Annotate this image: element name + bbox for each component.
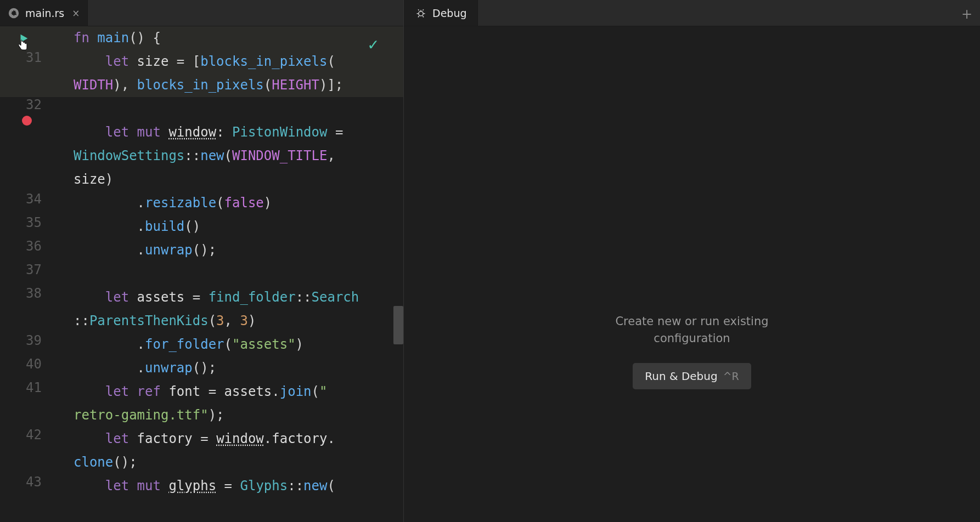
- breakpoint-icon[interactable]: [22, 116, 32, 126]
- debug-panel: Debug + Create new or run existingconfig…: [403, 0, 980, 522]
- debug-tab-title: Debug: [432, 7, 466, 19]
- editor-tab-main-rs[interactable]: main.rs ×: [0, 0, 88, 26]
- code-line[interactable]: 42 let factory = window.factory.: [0, 427, 403, 451]
- add-tab-button[interactable]: +: [961, 7, 972, 22]
- code-content[interactable]: let size = [blocks_in_pixels(: [49, 50, 335, 73]
- gutter[interactable]: 37: [0, 262, 49, 277]
- line-number: 39: [26, 333, 42, 348]
- code-line[interactable]: 38 let assets = find_folder::Search: [0, 286, 403, 309]
- line-number: 38: [26, 286, 42, 301]
- code-content[interactable]: clone();: [49, 451, 137, 474]
- gutter[interactable]: 34: [0, 191, 49, 207]
- code-line[interactable]: 31 let size = [blocks_in_pixels(: [0, 50, 403, 73]
- line-number: 35: [26, 215, 42, 230]
- editor-tabbar: main.rs ×: [0, 0, 403, 26]
- code-content[interactable]: let assets = find_folder::Search: [49, 286, 359, 309]
- editor-panel: main.rs × ✓ fn main() {31 let size = [bl…: [0, 0, 403, 522]
- run-play-icon[interactable]: [18, 32, 30, 47]
- svg-point-0: [12, 12, 15, 15]
- line-number: 36: [26, 239, 42, 254]
- editor-body[interactable]: ✓ fn main() {31 let size = [blocks_in_pi…: [0, 26, 403, 522]
- bug-icon: [415, 7, 427, 19]
- line-number: 40: [26, 356, 42, 372]
- line-number: 32: [26, 97, 42, 112]
- code-content[interactable]: let ref font = assets.join(": [49, 380, 327, 404]
- code-content[interactable]: let mut glyphs = Glyphs::new(: [49, 474, 335, 498]
- scrollbar-vertical[interactable]: [393, 306, 403, 344]
- code-content[interactable]: .build(): [49, 215, 200, 239]
- run-debug-shortcut: ^R: [723, 370, 739, 382]
- code-line[interactable]: 40 .unwrap();: [0, 356, 403, 380]
- code-line[interactable]: clone();: [0, 451, 403, 474]
- line-number: 42: [26, 427, 42, 442]
- code-content[interactable]: retro-gaming.ttf");: [49, 404, 224, 427]
- code-line[interactable]: 35 .build(): [0, 215, 403, 239]
- gutter[interactable]: 38: [0, 286, 49, 301]
- code-content[interactable]: .unwrap();: [49, 356, 216, 380]
- gutter[interactable]: 43: [0, 474, 49, 490]
- code-line[interactable]: 32: [0, 97, 403, 121]
- code-line[interactable]: fn main() {: [0, 26, 403, 50]
- gutter[interactable]: 36: [0, 239, 49, 254]
- code-content[interactable]: .for_folder("assets"): [49, 333, 303, 356]
- code-line[interactable]: ::ParentsThenKids(3, 3): [0, 309, 403, 333]
- code-content[interactable]: size): [49, 168, 113, 191]
- gutter[interactable]: 39: [0, 333, 49, 348]
- code-line[interactable]: let mut window: PistonWindow =: [0, 121, 403, 144]
- gutter[interactable]: 42: [0, 427, 49, 442]
- debug-content: Create new or run existingconfiguration …: [404, 26, 980, 522]
- tab-close-button[interactable]: ×: [70, 8, 80, 19]
- line-number: 41: [26, 380, 42, 395]
- gutter[interactable]: 32: [0, 97, 49, 112]
- code-line[interactable]: 34 .resizable(false): [0, 191, 403, 215]
- line-number: 31: [26, 50, 42, 65]
- code-content[interactable]: .unwrap();: [49, 239, 216, 262]
- gutter[interactable]: 31: [0, 50, 49, 65]
- code-line[interactable]: 43 let mut glyphs = Glyphs::new(: [0, 474, 403, 498]
- code-content[interactable]: WIDTH), blocks_in_pixels(HEIGHT)];: [49, 73, 343, 97]
- run-and-debug-button[interactable]: Run & Debug ^R: [633, 363, 751, 389]
- checkmark-icon: ✓: [368, 35, 378, 55]
- gutter[interactable]: 40: [0, 356, 49, 372]
- line-number: 43: [26, 474, 42, 490]
- gutter[interactable]: 35: [0, 215, 49, 230]
- code-line[interactable]: retro-gaming.ttf");: [0, 404, 403, 427]
- code-content[interactable]: fn main() {: [49, 26, 161, 50]
- tab-filename: main.rs: [25, 7, 64, 19]
- code-line[interactable]: 41 let ref font = assets.join(": [0, 380, 403, 404]
- gutter[interactable]: 41: [0, 380, 49, 395]
- code-content[interactable]: let mut window: PistonWindow =: [49, 121, 343, 144]
- code-line[interactable]: WindowSettings::new(WINDOW_TITLE,: [0, 144, 403, 168]
- code-line[interactable]: 39 .for_folder("assets"): [0, 333, 403, 356]
- debug-empty-message: Create new or run existingconfiguration: [615, 313, 768, 348]
- line-number: 37: [26, 262, 42, 277]
- debug-tabbar: Debug +: [404, 0, 980, 26]
- code-content[interactable]: .resizable(false): [49, 191, 272, 215]
- debug-tab[interactable]: Debug: [404, 0, 478, 26]
- code-line[interactable]: 36 .unwrap();: [0, 239, 403, 262]
- code-line[interactable]: 37: [0, 262, 403, 286]
- run-debug-label: Run & Debug: [645, 370, 717, 383]
- code-content[interactable]: let factory = window.factory.: [49, 427, 335, 451]
- line-number: 34: [26, 191, 42, 207]
- code-content[interactable]: WindowSettings::new(WINDOW_TITLE,: [49, 144, 335, 168]
- code-line[interactable]: WIDTH), blocks_in_pixels(HEIGHT)];: [0, 73, 403, 97]
- code-content[interactable]: ::ParentsThenKids(3, 3): [49, 309, 256, 333]
- rust-icon: [8, 7, 20, 19]
- code-line[interactable]: size): [0, 168, 403, 191]
- svg-point-1: [419, 11, 423, 15]
